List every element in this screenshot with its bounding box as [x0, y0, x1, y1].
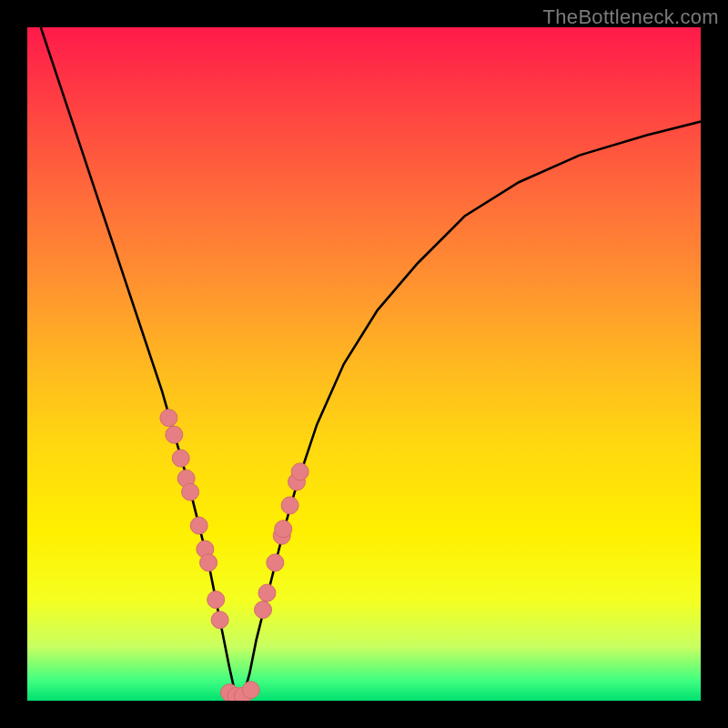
data-marker — [172, 450, 189, 467]
bottleneck-curve — [41, 27, 701, 697]
data-marker — [166, 426, 183, 443]
data-marker — [190, 517, 207, 534]
curve-markers-bottom — [221, 682, 260, 701]
plot-area — [27, 27, 701, 701]
data-marker — [242, 682, 259, 699]
data-marker — [197, 541, 214, 558]
chart-container: TheBottleneck.com — [0, 0, 728, 728]
data-marker — [273, 527, 290, 544]
curve-layer — [27, 27, 701, 701]
data-marker — [255, 602, 272, 619]
data-marker — [258, 584, 276, 602]
data-marker — [281, 497, 298, 514]
data-marker — [207, 592, 225, 609]
data-marker — [267, 554, 284, 571]
data-marker — [160, 410, 177, 427]
data-marker — [182, 483, 199, 500]
data-marker — [288, 473, 306, 490]
data-marker — [228, 687, 245, 701]
data-marker — [200, 554, 217, 571]
curve-markers-right — [255, 463, 309, 619]
data-marker — [177, 470, 195, 487]
curve-markers-left — [160, 410, 228, 629]
data-marker — [211, 612, 228, 629]
data-marker — [234, 687, 251, 701]
watermark-text: TheBottleneck.com — [543, 5, 719, 29]
data-marker — [221, 684, 238, 701]
data-marker — [291, 463, 308, 480]
data-marker — [275, 521, 292, 538]
